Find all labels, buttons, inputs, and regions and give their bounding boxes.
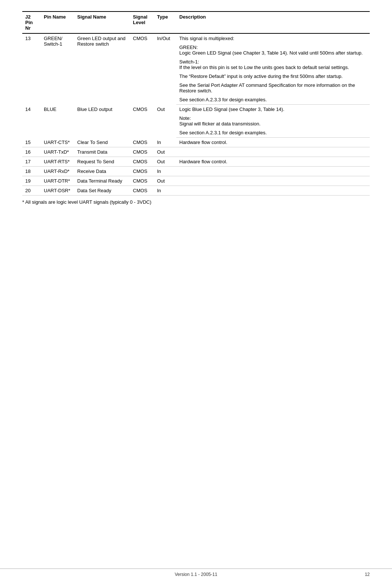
table-row: 18UART-RxD*Receive DataCMOSIn [22,167,370,176]
cell-desc: See section A.2.3.1 for design examples. [176,128,370,138]
footer-page: 12 [365,572,370,577]
cell-pin: 18 [22,167,41,176]
cell-type: Out [154,105,176,138]
table-row: 20UART-DSR*Data Set ReadyCMOSIn [22,186,370,196]
cell-pin: 16 [22,147,41,157]
table-row: 17UART-RTS*Request To SendCMOSOutHardwar… [22,157,370,167]
cell-type: In [154,167,176,176]
page-footer: Version 1.1 - 2005-11 12 [0,568,392,580]
cell-desc: See section A.2.3.3 for design examples. [176,95,370,105]
cell-type: Out [154,147,176,157]
cell-signal: Transmit Data [74,147,130,157]
cell-desc: Hardware flow control. [176,138,370,147]
table-row: 14BLUEBlue LED outputCMOSOutLogic Blue L… [22,105,370,114]
cell-desc: GREEN:Logic Green LED Signal (see Chapte… [176,43,370,57]
cell-level: CMOS [130,157,154,167]
cell-signal: Green LED output andRestore switch [74,33,130,105]
cell-desc [176,176,370,186]
cell-type: In [154,138,176,147]
cell-type: In [154,186,176,196]
table-row: 15UART-CTS*Clear To SendCMOSInHardware f… [22,138,370,147]
cell-pinname: BLUE [41,105,74,138]
cell-desc [176,167,370,176]
cell-level: CMOS [130,186,154,196]
cell-desc: See the Serial Port Adapter AT command S… [176,81,370,95]
cell-type: Out [154,157,176,167]
cell-level: CMOS [130,105,154,138]
table-row: 16UART-TxD*Transmit DataCMOSOut [22,147,370,157]
footer-version: Version 1.1 - 2005-11 [175,572,218,577]
cell-pin: 14 [22,105,41,138]
cell-signal: Clear To Send [74,138,130,147]
cell-desc: The “Restore Default” input is only acti… [176,72,370,81]
cell-pin: 13 [22,33,41,105]
header-pinname: Pin Name [41,12,74,33]
cell-signal: Data Terminal Ready [74,176,130,186]
cell-desc [176,186,370,196]
main-table: J2Pin Nr Pin Name Signal Name SignalLeve… [22,11,370,196]
cell-pinname: UART-CTS* [41,138,74,147]
header-signal: Signal Name [74,12,130,33]
header-level: SignalLevel [130,12,154,33]
cell-signal: Request To Send [74,157,130,167]
cell-desc: Hardware flow control. [176,157,370,167]
cell-pinname: UART-DSR* [41,186,74,196]
cell-pinname: UART-RTS* [41,157,74,167]
cell-level: CMOS [130,176,154,186]
cell-level: CMOS [130,33,154,105]
cell-type: In/Out [154,33,176,105]
cell-pin: 20 [22,186,41,196]
table-row: 19UART-DTR*Data Terminal ReadyCMOSOut [22,176,370,186]
cell-level: CMOS [130,147,154,157]
cell-desc: Note:Signal will flicker at data transmi… [176,114,370,128]
cell-desc: Logic Blue LED Signal (see Chapter 3, Ta… [176,105,370,114]
cell-pinname: UART-DTR* [41,176,74,186]
footnote: * All signals are logic level UART signa… [22,199,370,205]
page-container: J2Pin Nr Pin Name Signal Name SignalLeve… [0,0,392,568]
header-type: Type [154,12,176,33]
cell-level: CMOS [130,138,154,147]
cell-signal: Blue LED output [74,105,130,138]
cell-desc: This signal is multiplexed: [176,33,370,43]
table-row: 13GREEN/Switch-1Green LED output andRest… [22,33,370,43]
header-desc: Description [176,12,370,33]
table-header-row: J2Pin Nr Pin Name Signal Name SignalLeve… [22,12,370,33]
cell-signal: Data Set Ready [74,186,130,196]
cell-desc [176,147,370,157]
cell-level: CMOS [130,167,154,176]
cell-pin: 15 [22,138,41,147]
cell-pin: 17 [22,157,41,167]
cell-pinname: GREEN/Switch-1 [41,33,74,105]
header-pin: J2Pin Nr [22,12,41,33]
cell-pinname: UART-TxD* [41,147,74,157]
cell-pinname: UART-RxD* [41,167,74,176]
cell-pin: 19 [22,176,41,186]
cell-desc: Switch-1:If the level on this pin is set… [176,57,370,72]
cell-signal: Receive Data [74,167,130,176]
cell-type: Out [154,176,176,186]
